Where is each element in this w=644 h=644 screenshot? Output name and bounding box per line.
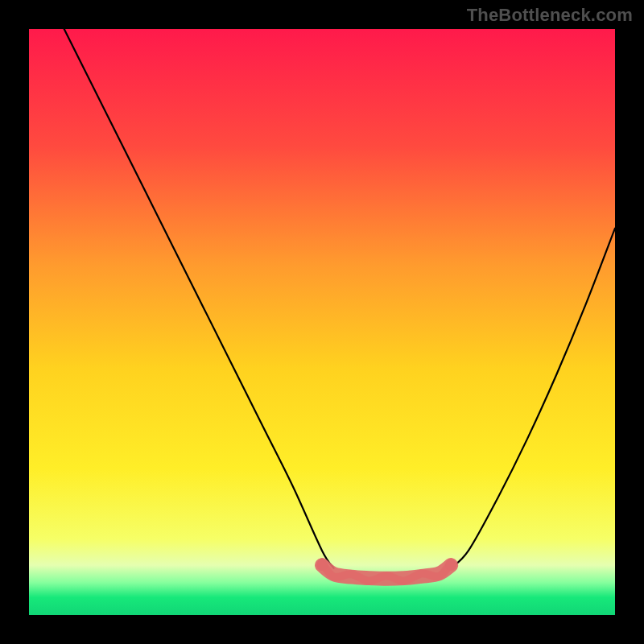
watermark-text: TheBottleneck.com xyxy=(467,5,633,26)
chart-frame: TheBottleneck.com xyxy=(0,0,644,644)
marker-0 xyxy=(316,559,328,571)
plot-area xyxy=(29,29,615,615)
marker-1 xyxy=(445,559,456,571)
bottleneck-chart xyxy=(0,0,644,644)
